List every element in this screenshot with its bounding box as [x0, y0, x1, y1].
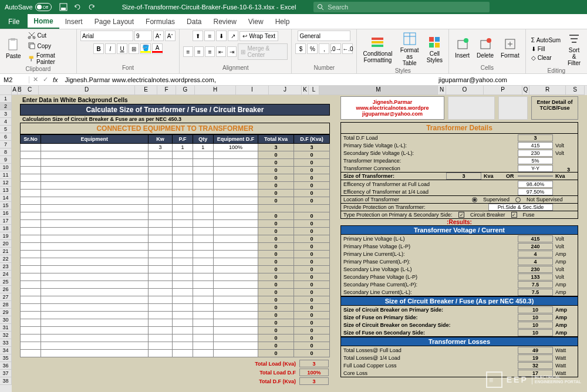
row-header-30[interactable]: 30 [0, 316, 12, 324]
row-header-7[interactable]: 7 [0, 141, 12, 148]
enter-formula-icon[interactable]: ✓ [43, 76, 48, 83]
italic-button[interactable]: I [105, 43, 116, 54]
fill-color-button[interactable]: 🪣 [140, 43, 151, 54]
decrease-font-icon[interactable]: A˅ [165, 31, 176, 41]
decrease-decimal-icon[interactable]: ←.0 [342, 43, 353, 54]
enter-detail-box[interactable]: Enter Detail ofTC/CB/Fuse [531, 96, 578, 120]
menu-file[interactable]: File [0, 14, 28, 29]
sort-filter-button[interactable]: Sort & Filter [565, 31, 583, 67]
menu-review[interactable]: Review [207, 14, 242, 29]
autosum-button[interactable]: ΣAutoSum [529, 36, 562, 44]
bold-button[interactable]: B [93, 43, 104, 54]
col-header-P[interactable]: P [484, 86, 522, 95]
col-header-A[interactable]: A [12, 86, 18, 95]
row-header-2[interactable]: 2 [0, 103, 12, 110]
menu-home[interactable]: Home [28, 14, 59, 29]
fill-button[interactable]: ⬇Fill [529, 45, 562, 53]
col-header-F[interactable]: F [157, 86, 176, 95]
cell-styles-button[interactable]: Cell Styles [424, 34, 445, 65]
fx-icon[interactable]: fx [53, 76, 58, 83]
row-header-32[interactable]: 32 [0, 332, 12, 339]
indent-right-icon[interactable]: ⇥ [227, 46, 237, 57]
wrap-text-button[interactable]: ↩Wrap Text [239, 31, 278, 41]
redo-icon[interactable] [87, 2, 96, 12]
col-header-O[interactable]: O [446, 86, 484, 95]
row-header-1[interactable]: 1 [0, 95, 12, 103]
col-header-R[interactable]: R [529, 86, 566, 95]
col-header-L[interactable]: L [309, 86, 319, 95]
align-bottom-icon[interactable]: ⬇ [216, 31, 227, 41]
menu-page-layout[interactable]: Page Layout [89, 14, 140, 29]
currency-icon[interactable]: $ [295, 43, 306, 54]
row-header-19[interactable]: 19 [0, 232, 12, 240]
row-header-17[interactable]: 17 [0, 217, 12, 225]
row-header-31[interactable]: 31 [0, 324, 12, 332]
col-header-D[interactable]: D [39, 86, 135, 95]
col-header-K[interactable]: K [302, 86, 309, 95]
row-header-23[interactable]: 23 [0, 263, 12, 271]
border-button[interactable]: ⊞ [129, 43, 139, 54]
row-header-35[interactable]: 35 [0, 354, 12, 362]
row-header-34[interactable]: 34 [0, 347, 12, 354]
row-header-14[interactable]: 14 [0, 194, 12, 202]
increase-decimal-icon[interactable]: .0→ [330, 43, 341, 54]
row-header-4[interactable]: 4 [0, 118, 12, 126]
size-override-input[interactable] [518, 175, 553, 177]
supervised-radio[interactable] [472, 197, 477, 202]
row-header-28[interactable]: 28 [0, 301, 12, 309]
menu-view[interactable]: View [242, 14, 269, 29]
cancel-formula-icon[interactable]: ✕ [33, 76, 38, 83]
not-supervised-radio[interactable] [515, 197, 521, 202]
col-header-C[interactable]: C [21, 86, 39, 95]
col-header-N[interactable]: N [438, 86, 446, 95]
delete-cell-button[interactable]: Delete [474, 36, 496, 60]
align-right-icon[interactable]: ≡ [205, 46, 215, 57]
undo-icon[interactable] [73, 2, 82, 12]
comma-icon[interactable]: , [319, 43, 329, 54]
col-header-E[interactable]: E [135, 86, 157, 95]
formula-text-right[interactable]: jiguparmar@yahoo.com [438, 76, 507, 83]
row-header-9[interactable]: 9 [0, 156, 12, 164]
row-header-26[interactable]: 26 [0, 286, 12, 293]
align-left-icon[interactable]: ≡ [183, 46, 193, 57]
col-header-H[interactable]: H [195, 86, 236, 95]
name-box[interactable]: M2 [0, 76, 29, 83]
format-table-button[interactable]: Format as Table [397, 31, 421, 67]
align-middle-icon[interactable]: ≡ [204, 31, 215, 41]
row-header-16[interactable]: 16 [0, 209, 12, 217]
search-box[interactable]: Search [313, 2, 490, 12]
cut-button[interactable]: Cut [26, 31, 73, 40]
row-header-36[interactable]: 36 [0, 362, 12, 370]
insert-cell-button[interactable]: Insert [453, 36, 472, 60]
paste-button[interactable]: Paste [4, 36, 23, 60]
row-header-3[interactable]: 3 [0, 110, 12, 118]
row-header-22[interactable]: 22 [0, 255, 12, 263]
copy-button[interactable]: Copy [26, 41, 73, 50]
row-header-5[interactable]: 5 [0, 126, 12, 133]
percent-icon[interactable]: % [307, 43, 318, 54]
menu-formulas[interactable]: Formulas [140, 14, 181, 29]
increase-font-icon[interactable]: A˄ [153, 31, 164, 41]
clear-button[interactable]: ◇Clear [529, 54, 562, 62]
row-header-13[interactable]: 13 [0, 187, 12, 194]
indent-left-icon[interactable]: ⇤ [216, 46, 226, 57]
select-all-corner[interactable] [0, 86, 12, 95]
row-header-18[interactable]: 18 [0, 225, 12, 232]
row-header-8[interactable]: 8 [0, 148, 12, 156]
row-header-25[interactable]: 25 [0, 278, 12, 286]
cb-checkbox[interactable]: ✓ [458, 212, 464, 218]
protection-value[interactable]: Pri.Side & Sec.Side [488, 204, 553, 211]
font-color-button[interactable]: A [152, 43, 163, 54]
col-header-S[interactable]: S [566, 86, 585, 95]
row-header-10[interactable]: 10 [0, 164, 12, 171]
col-header-M[interactable]: M [319, 86, 438, 95]
number-format-select[interactable] [298, 31, 350, 41]
underline-button[interactable]: U [117, 43, 127, 54]
row-header-37[interactable]: 37 [0, 370, 12, 377]
conditional-formatting-button[interactable]: Conditional Formatting [360, 34, 394, 65]
row-header-33[interactable]: 33 [0, 339, 12, 347]
row-header-11[interactable]: 11 [0, 171, 12, 179]
format-cell-button[interactable]: Format [498, 36, 522, 60]
row-header-27[interactable]: 27 [0, 293, 12, 301]
format-painter-button[interactable]: Format Painter [26, 52, 73, 66]
